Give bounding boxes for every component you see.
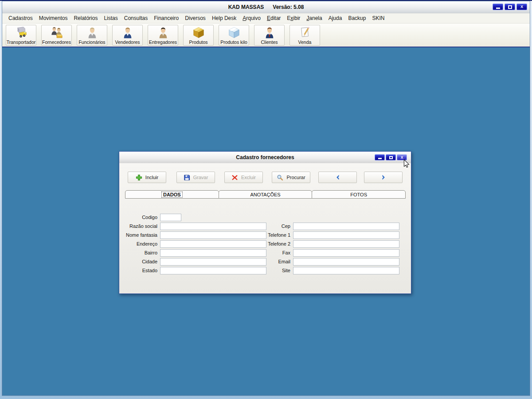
menu-item-help-desk[interactable]: Help Desk bbox=[209, 14, 239, 23]
toolbar-button-clientes[interactable]: Clientes bbox=[254, 25, 285, 46]
tab-anotacoes[interactable]: ANOTAÇÕES bbox=[219, 190, 313, 199]
input-codigo[interactable] bbox=[160, 214, 181, 221]
toolbar-button-label: Produtos bbox=[189, 39, 207, 45]
window-controls: X bbox=[493, 4, 527, 10]
field-label-cep: Cep bbox=[255, 223, 290, 229]
toolbar-button-funcionarios[interactable]: Funcionários bbox=[77, 25, 107, 46]
menu-item-ajuda[interactable]: Ajuda bbox=[325, 14, 345, 23]
toolbar-button-fornecedores[interactable]: Fornecedores bbox=[41, 25, 72, 46]
menu-item-arquivo[interactable]: Arquivo bbox=[239, 14, 264, 23]
menu-item-skin[interactable]: SKIN bbox=[369, 14, 387, 23]
menu-item-relatorios[interactable]: Relatórios bbox=[70, 14, 101, 23]
field-label-nome-fantasia: Nome fantasia bbox=[122, 232, 157, 238]
input-razao-social[interactable] bbox=[160, 223, 266, 230]
menu-item-consultas[interactable]: Consultas bbox=[121, 14, 151, 23]
product-box-icon bbox=[192, 26, 205, 39]
dialog-maximize-button[interactable] bbox=[386, 154, 396, 160]
maximize-icon bbox=[389, 156, 393, 159]
maximize-icon bbox=[508, 5, 512, 9]
field-label-estado: Estado bbox=[122, 268, 157, 273]
menu-item-backup[interactable]: Backup bbox=[345, 14, 369, 23]
tab-label: FOTOS bbox=[350, 192, 367, 197]
dialog-minimize-button[interactable] bbox=[375, 154, 385, 160]
toolbar-button-label: Funcionários bbox=[78, 39, 105, 45]
field-label-cidade: Cidade bbox=[122, 259, 157, 264]
product-kilo-box-icon bbox=[227, 26, 241, 39]
dialog-close-button[interactable]: X bbox=[397, 154, 407, 160]
suppliers-icon bbox=[50, 26, 63, 39]
toolbar-button-label: Entregadores bbox=[149, 39, 177, 45]
toolbar-button-produtos[interactable]: Produtos bbox=[183, 25, 214, 46]
delete-x-icon bbox=[231, 174, 238, 181]
app-window: KAD MASSAS Versão: 5.08 X CadastrosMovim… bbox=[2, 1, 530, 396]
toolbar-button-produtos-kilo[interactable]: Produtos kilo bbox=[219, 25, 249, 46]
menu-item-janela[interactable]: Janela bbox=[303, 14, 325, 23]
chevron-right-icon bbox=[380, 174, 387, 180]
toolbar-button-label: Produtos kilo bbox=[220, 39, 247, 45]
toolbar-button-transportador[interactable]: Transportador bbox=[6, 25, 36, 46]
app-titlebar[interactable]: KAD MASSAS Versão: 5.08 X bbox=[2, 1, 530, 13]
sale-pencil-icon bbox=[298, 26, 312, 39]
input-email[interactable] bbox=[293, 258, 399, 266]
input-telefone-2[interactable] bbox=[293, 240, 399, 248]
excluir-button[interactable]: Excluir bbox=[224, 172, 263, 183]
input-site[interactable] bbox=[293, 267, 399, 274]
input-cidade[interactable] bbox=[160, 258, 266, 266]
tab-dados[interactable]: DADOS bbox=[125, 190, 219, 199]
incluir-button[interactable]: Incluir bbox=[128, 172, 166, 183]
toolbar-button-label: Fornecedores bbox=[42, 39, 71, 45]
dialog-window-controls: X bbox=[375, 154, 407, 160]
tab-label: ANOTAÇÕES bbox=[250, 192, 280, 197]
close-button[interactable]: X bbox=[516, 4, 527, 10]
toolbar-button-label: Clientes bbox=[261, 39, 278, 45]
minimize-icon bbox=[378, 158, 382, 159]
menu-item-diversos[interactable]: Diversos bbox=[182, 14, 209, 23]
input-estado[interactable] bbox=[160, 267, 266, 274]
minimize-button[interactable] bbox=[493, 4, 503, 10]
field-label-email: Email bbox=[255, 259, 290, 264]
search-icon bbox=[277, 174, 283, 181]
toolbar-button-vendedores[interactable]: Vendedores bbox=[112, 25, 143, 46]
close-icon: X bbox=[520, 5, 523, 9]
client-icon bbox=[263, 26, 276, 39]
input-bairro[interactable] bbox=[160, 249, 266, 257]
app-title-version: Versão: 5.08 bbox=[273, 4, 304, 10]
employee-icon bbox=[86, 26, 99, 39]
minimize-icon bbox=[496, 8, 500, 9]
maximize-button[interactable] bbox=[505, 4, 515, 10]
tab-fotos[interactable]: FOTOS bbox=[312, 190, 406, 199]
procurar-button[interactable]: Procurar bbox=[272, 172, 310, 183]
input-telefone-1[interactable] bbox=[293, 231, 399, 239]
menu-item-movimentos[interactable]: Movimentos bbox=[36, 14, 71, 23]
menu-item-financeiro[interactable]: Financeiro bbox=[151, 14, 182, 23]
excluir-button-label: Excluir bbox=[241, 175, 256, 180]
app-title-name: KAD MASSAS bbox=[228, 4, 264, 10]
mdi-area: Cadastro fornecedores X IncluirGravarExc… bbox=[2, 47, 530, 395]
truck-icon bbox=[15, 26, 28, 39]
gravar-button[interactable]: Gravar bbox=[176, 172, 215, 183]
dialog-titlebar[interactable]: Cadastro fornecedores X bbox=[119, 152, 411, 164]
salesperson-icon bbox=[121, 26, 134, 39]
menu-bar: CadastrosMovimentosRelatóriosListasConsu… bbox=[2, 13, 530, 23]
menu-item-exibir[interactable]: Exibir bbox=[284, 14, 303, 23]
field-label-telefone-1: Telefone 1 bbox=[255, 232, 290, 238]
tab-bar: DADOSANOTAÇÕESFOTOS bbox=[125, 190, 405, 199]
toolbar-button-label: Vendedores bbox=[115, 39, 140, 45]
menu-item-listas[interactable]: Listas bbox=[101, 14, 121, 23]
menu-item-cadastros[interactable]: Cadastros bbox=[5, 14, 36, 23]
field-label-razao-social: Razão social bbox=[122, 223, 157, 229]
menu-item-editar[interactable]: Editar bbox=[264, 14, 284, 23]
field-label-fax: Fax bbox=[255, 250, 290, 255]
previous-button[interactable] bbox=[318, 172, 357, 183]
input-nome-fantasia[interactable] bbox=[160, 231, 266, 239]
toolbar-button-venda[interactable]: Venda bbox=[289, 25, 320, 46]
toolbar-button-entregadores[interactable]: Entregadores bbox=[148, 25, 178, 46]
dialog-body: IncluirGravarExcluirProcurarDADOSANOTAÇÕ… bbox=[119, 163, 411, 293]
input-fax[interactable] bbox=[293, 249, 399, 257]
toolbar: TransportadorFornecedoresFuncionáriosVen… bbox=[2, 23, 530, 47]
input-endereco[interactable] bbox=[160, 240, 266, 248]
incluir-button-label: Incluir bbox=[145, 175, 158, 180]
app-title: KAD MASSAS Versão: 5.08 bbox=[228, 4, 304, 10]
input-cep[interactable] bbox=[293, 223, 399, 230]
next-button[interactable] bbox=[364, 172, 403, 183]
